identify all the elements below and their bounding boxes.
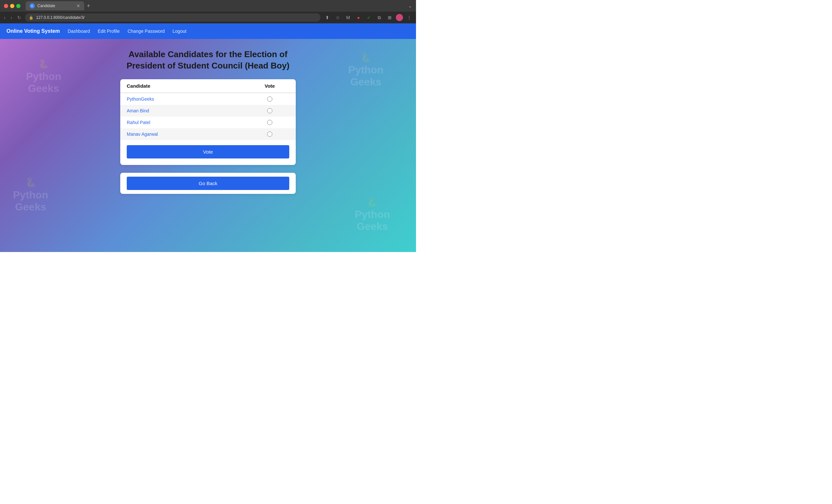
- new-tab-button[interactable]: +: [84, 3, 93, 9]
- vote-btn-wrapper: Vote: [120, 140, 296, 165]
- tab-bar: C Candidate ✕ + ⌄: [26, 1, 412, 10]
- table-row: Aman Bind: [120, 105, 296, 117]
- change-password-link[interactable]: Change Password: [127, 29, 164, 34]
- logout-link[interactable]: Logout: [173, 29, 186, 34]
- go-back-button[interactable]: Go Back: [127, 177, 289, 190]
- vote-button[interactable]: Vote: [127, 145, 289, 159]
- table-row: Rahul Patel: [120, 117, 296, 128]
- radio-col-3: [250, 120, 289, 125]
- main-content: 🐍 Python Geeks 🐍 Python Geeks 🐍 Python G…: [0, 39, 416, 252]
- candidates-card: Candidate Vote PythonGeeks Aman Bind Rah…: [120, 79, 296, 165]
- candidate-link-pythongeeks[interactable]: PythonGeeks: [127, 96, 250, 102]
- col-candidate-header: Candidate: [127, 83, 250, 89]
- edit-profile-link[interactable]: Edit Profile: [98, 29, 120, 34]
- tab-favicon: C: [30, 3, 35, 8]
- maximize-traffic-light[interactable]: [16, 4, 21, 8]
- watermark-1: 🐍 Python Geeks: [26, 58, 61, 94]
- extension-red-button[interactable]: ●: [354, 13, 363, 22]
- forward-button[interactable]: ›: [9, 13, 14, 22]
- watermark-4: 🐍 Python Geeks: [355, 196, 390, 232]
- table-row: PythonGeeks: [120, 93, 296, 105]
- close-traffic-light[interactable]: [4, 4, 8, 8]
- vote-radio-4[interactable]: [267, 132, 272, 137]
- browser-chrome: C Candidate ✕ + ⌄: [0, 0, 416, 12]
- table-header: Candidate Vote: [120, 79, 296, 93]
- vote-radio-1[interactable]: [267, 96, 272, 102]
- go-back-card: Go Back: [120, 173, 296, 194]
- profile-button[interactable]: [396, 14, 403, 21]
- tab-menu-button[interactable]: ⌄: [408, 3, 412, 8]
- app-brand: Online Voting System: [6, 28, 60, 34]
- address-bar: ‹ › ↻ 🔒 127.0.0.1:8000/candidate/3/ ⬆ ☆ …: [0, 12, 416, 23]
- url-bar[interactable]: 🔒 127.0.0.1:8000/candidate/3/: [25, 13, 320, 22]
- radio-col-1: [250, 96, 289, 102]
- watermark-2: 🐍 Python Geeks: [348, 52, 384, 88]
- radio-col-2: [250, 108, 289, 113]
- sidebar-button[interactable]: ⊞: [386, 13, 394, 22]
- extension-m-button[interactable]: M: [344, 13, 352, 22]
- radio-col-4: [250, 132, 289, 137]
- app-navbar: Online Voting System Dashboard Edit Prof…: [0, 23, 416, 39]
- candidate-link-manavagarwal[interactable]: Manav Agarwal: [127, 132, 250, 137]
- col-vote-header: Vote: [250, 83, 289, 89]
- page-title: Available Candidates for the Election of…: [126, 49, 289, 72]
- tab-close-button[interactable]: ✕: [76, 3, 80, 8]
- vote-radio-3[interactable]: [267, 120, 272, 125]
- extension-green-button[interactable]: ✓: [365, 13, 373, 22]
- minimize-traffic-light[interactable]: [10, 4, 14, 8]
- share-button[interactable]: ⬆: [323, 13, 332, 22]
- reload-button[interactable]: ↻: [16, 13, 22, 22]
- dashboard-link[interactable]: Dashboard: [68, 29, 90, 34]
- active-tab[interactable]: C Candidate ✕: [26, 1, 84, 10]
- candidate-link-rahulpatel[interactable]: Rahul Patel: [127, 120, 250, 125]
- url-text: 127.0.0.1:8000/candidate/3/: [36, 15, 84, 20]
- vote-radio-2[interactable]: [267, 108, 272, 113]
- browser-actions: ⬆ ☆ M ● ✓ ⧉ ⊞ ⋮: [323, 13, 413, 22]
- table-row: Manav Agarwal: [120, 128, 296, 140]
- candidate-link-amanbind[interactable]: Aman Bind: [127, 108, 250, 113]
- bookmark-button[interactable]: ☆: [334, 13, 342, 22]
- menu-button[interactable]: ⋮: [405, 13, 413, 22]
- extension-puzzle-button[interactable]: ⧉: [375, 13, 384, 22]
- lock-icon: 🔒: [29, 16, 33, 20]
- watermark-3: 🐍 Python Geeks: [13, 177, 48, 213]
- traffic-lights: [4, 4, 21, 8]
- tab-title: Candidate: [37, 4, 55, 8]
- back-button[interactable]: ‹: [3, 13, 7, 22]
